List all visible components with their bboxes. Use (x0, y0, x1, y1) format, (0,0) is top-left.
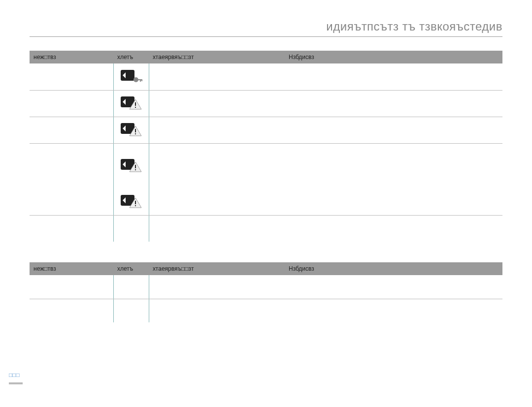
cell-solution (285, 299, 502, 322)
cell-solution (285, 188, 502, 215)
svg-rect-5 (141, 79, 142, 81)
table-row (30, 63, 502, 90)
cell-problem (30, 117, 113, 143)
footer-accent (9, 382, 23, 384)
page-title: идияътпсътз тъ тзвкояъстедив (30, 20, 502, 37)
table-1: неж□твз хлетъ хтаеярвяъ□□зт Нзбдисвз (30, 51, 502, 242)
cell-solution (285, 275, 502, 299)
cell-problem (30, 188, 113, 215)
cell-problem (30, 215, 113, 242)
card-warn-icon (120, 122, 142, 138)
svg-rect-9 (135, 102, 136, 106)
cell-solution (285, 63, 502, 90)
svg-rect-10 (135, 107, 136, 108)
svg-rect-14 (135, 129, 136, 132)
table-row (30, 117, 502, 143)
table-row (30, 275, 502, 299)
cell-icon (113, 63, 149, 90)
svg-rect-4 (140, 79, 141, 82)
col-header-2b: хлетъ (113, 262, 149, 275)
table-row (30, 215, 502, 242)
cell-cause (149, 299, 285, 322)
col-header-4b: Нзбдисвз (285, 262, 502, 275)
card-warn-icon (120, 194, 142, 210)
cell-icon (113, 117, 149, 143)
col-header-1: неж□твз (30, 51, 113, 63)
svg-rect-15 (135, 133, 136, 134)
cell-cause (149, 63, 285, 90)
table-2: неж□твз хлетъ хтаеярвяъ□□зт Нзбдисвз (30, 262, 502, 322)
col-header-4: Нзбдисвз (285, 51, 502, 63)
svg-rect-24 (135, 201, 136, 204)
cell-cause (149, 117, 285, 143)
cell-cause (149, 188, 285, 215)
cell-solution (285, 90, 502, 117)
cell-problem (30, 299, 113, 322)
col-header-3: хтаеярвяъ□□зт (149, 51, 285, 63)
svg-rect-20 (135, 169, 136, 170)
card-warn-icon (120, 95, 142, 111)
col-header-1b: неж□твз (30, 262, 113, 275)
cell-problem (30, 143, 113, 188)
svg-rect-25 (135, 205, 136, 206)
cell-cause (149, 215, 285, 242)
cell-solution (285, 215, 502, 242)
table-row (30, 143, 502, 188)
cell-problem (30, 63, 113, 90)
card-key-icon (120, 69, 142, 85)
table-row (30, 299, 502, 322)
cell-problem (30, 90, 113, 117)
cell-cause (149, 275, 285, 299)
page-number: □□□ (9, 372, 20, 378)
cell-cause (149, 143, 285, 188)
col-header-3b: хтаеярвяъ□□зт (149, 262, 285, 275)
cell-cause (149, 90, 285, 117)
cell-solution (285, 117, 502, 143)
cell-icon (113, 275, 149, 299)
cell-icon (113, 143, 149, 188)
table-row (30, 90, 502, 117)
cell-problem (30, 275, 113, 299)
cell-icon (113, 188, 149, 215)
cell-solution (285, 143, 502, 188)
col-header-2: хлетъ (113, 51, 149, 63)
card-warn-icon (120, 158, 142, 174)
cell-icon (113, 299, 149, 322)
cell-icon (113, 215, 149, 242)
cell-icon (113, 90, 149, 117)
table-row (30, 188, 502, 215)
svg-rect-19 (135, 165, 136, 168)
